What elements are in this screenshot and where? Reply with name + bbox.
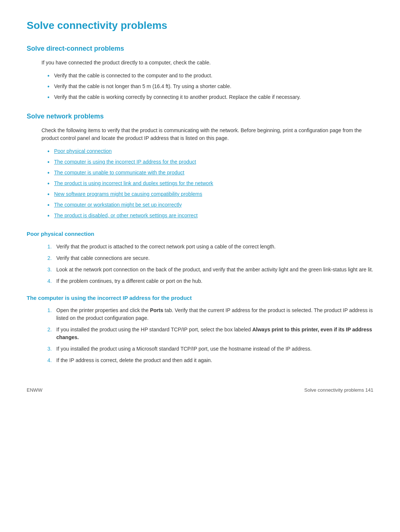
link-incorrect-ip[interactable]: The computer is using the incorrect IP a… — [54, 159, 196, 165]
bold-ports: Ports — [150, 307, 163, 313]
list-item: Verify that the cable is not longer than… — [47, 83, 373, 90]
link-product-disabled[interactable]: The product is disabled, or other networ… — [54, 213, 198, 218]
network-intro: Check the following items to verify that… — [27, 127, 373, 142]
list-item: The product is disabled, or other networ… — [47, 212, 373, 220]
link-workstation-setup[interactable]: The computer or workstation might be set… — [54, 202, 182, 208]
link-unable-communicate[interactable]: The computer is unable to communicate wi… — [54, 170, 184, 175]
list-item: 1. Open the printer properties and click… — [47, 307, 373, 322]
link-incorrect-link-duplex[interactable]: The product is using incorrect link and … — [54, 180, 213, 186]
incorrect-ip-section: The computer is using the incorrect IP a… — [27, 294, 373, 365]
list-item: 2. If you installed the product using th… — [47, 326, 373, 341]
poor-physical-heading: Poor physical connection — [27, 230, 373, 238]
incorrect-ip-heading: The computer is using the incorrect IP a… — [27, 294, 373, 302]
list-item: The computer is using the incorrect IP a… — [47, 158, 373, 166]
poor-physical-section: Poor physical connection 1.Verify that t… — [27, 230, 373, 285]
list-item: New software programs might be causing c… — [47, 190, 373, 198]
list-item: 3. If you installed the product using a … — [47, 345, 373, 353]
footer-left: ENWW — [27, 387, 43, 394]
direct-connect-intro: If you have connected the product direct… — [27, 59, 373, 67]
network-heading: Solve network problems — [27, 111, 373, 121]
direct-connect-section: Solve direct-connect problems If you hav… — [27, 44, 373, 101]
incorrect-ip-steps: 1. Open the printer properties and click… — [27, 307, 373, 364]
direct-connect-bullet-list: Verify that the cable is connected to th… — [27, 72, 373, 101]
page-footer: ENWW Solve connectivity problems 141 — [27, 387, 373, 394]
footer-right: Solve connectivity problems 141 — [304, 387, 373, 394]
link-poor-physical[interactable]: Poor physical connection — [54, 148, 112, 154]
link-software-compatibility[interactable]: New software programs might be causing c… — [54, 191, 202, 197]
network-section: Solve network problems Check the followi… — [27, 111, 373, 220]
page-title: Solve connectivity problems — [27, 18, 373, 33]
list-item: Poor physical connection — [47, 147, 373, 155]
direct-connect-heading: Solve direct-connect problems — [27, 44, 373, 54]
list-item: 4. If the IP address is correct, delete … — [47, 357, 373, 364]
list-item: Verify that the cable is working correct… — [47, 93, 373, 101]
list-item: 2.Verify that cable connections are secu… — [47, 254, 373, 262]
list-item: Verify that the cable is connected to th… — [47, 72, 373, 80]
list-item: 3.Look at the network port connection on… — [47, 266, 373, 274]
list-item: The computer is unable to communicate wi… — [47, 169, 373, 177]
list-item: The product is using incorrect link and … — [47, 180, 373, 187]
list-item: 4.If the problem continues, try a differ… — [47, 277, 373, 285]
network-links-list: Poor physical connection The computer is… — [27, 147, 373, 220]
bold-always-print: Always print to this printer, even if it… — [56, 327, 372, 340]
list-item: The computer or workstation might be set… — [47, 201, 373, 209]
list-item: 1.Verify that the product is attached to… — [47, 243, 373, 251]
poor-physical-steps: 1.Verify that the product is attached to… — [27, 243, 373, 285]
